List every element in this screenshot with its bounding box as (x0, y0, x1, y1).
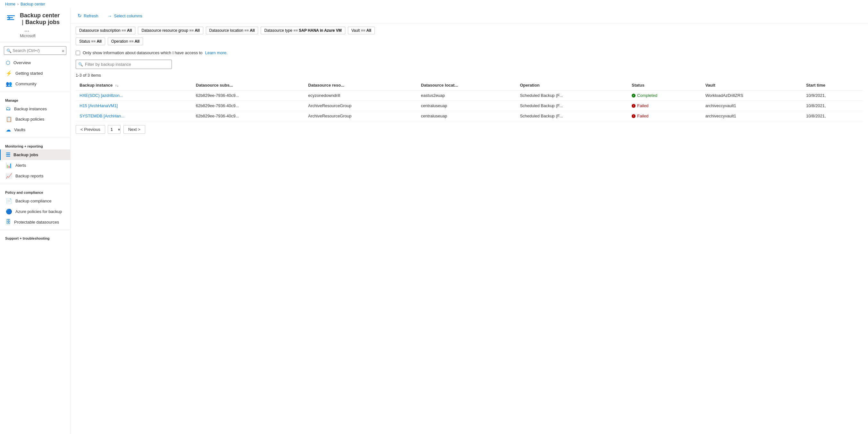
status-text: Completed (637, 93, 657, 98)
sidebar: Backup center | Backup jobs ... Microsof… (0, 8, 70, 434)
filters-row-2: Status == All Operation == All (70, 37, 868, 49)
refresh-button[interactable]: ↻ Refresh (76, 11, 100, 20)
backup-policies-icon: 📋 (6, 116, 12, 122)
getting-started-icon: ⚡ (6, 70, 12, 76)
learn-more-link[interactable]: Learn more. (205, 50, 228, 55)
cell-datasource-subs: 62b829ee-7936-40c9... (192, 111, 304, 121)
select-columns-icon: → (107, 13, 112, 19)
cell-vault: archiveccyvault1 (702, 101, 802, 111)
status-failed-icon: ! (632, 104, 636, 108)
filter-datasource-location[interactable]: Datasource location == All (206, 27, 258, 34)
alerts-icon: 📊 (6, 162, 12, 168)
filter-vault[interactable]: Vault == All (348, 27, 375, 34)
cell-vault: archiveccyvault1 (702, 111, 802, 121)
toolbar: ↻ Refresh → Select columns (70, 8, 868, 23)
col-start-time: Start time (802, 80, 863, 90)
page-subtitle: Microsoft (20, 34, 65, 38)
col-vault: Vault (702, 80, 802, 90)
cell-datasource-locat: centraluseuap (417, 111, 516, 121)
refresh-icon: ↻ (78, 13, 82, 19)
backup-center-icon (6, 13, 16, 23)
table-row[interactable]: SYSTEMDB [ArchHan... 62b829ee-7936-40c9.… (76, 111, 863, 121)
sidebar-header-icon (5, 12, 17, 24)
filters-row-1: Datasource subscription == All Datasourc… (70, 23, 868, 37)
table-row[interactable]: H15 [ArchHanaVM1] 62b829ee-7936-40c9... … (76, 101, 863, 111)
access-filter-label: Only show information about datasources … (83, 50, 203, 55)
filter-operation[interactable]: Operation == All (108, 37, 143, 45)
filter-by-backup-instance-input[interactable] (76, 60, 172, 69)
cell-datasource-subs: 62b829ee-7936-40c9... (192, 101, 304, 111)
sidebar-item-getting-started[interactable]: ⚡ Getting started (0, 68, 70, 79)
previous-button[interactable]: < Previous (76, 125, 105, 134)
filter-datasource-resource-group[interactable]: Datasource resource group == All (138, 27, 203, 34)
breadcrumb-current[interactable]: Backup center (21, 2, 45, 6)
col-datasource-subs: Datasource subs... (192, 80, 304, 90)
page-select[interactable]: 1 (108, 125, 121, 134)
status-text: Failed (637, 103, 648, 108)
breadcrumb-home[interactable]: Home (5, 2, 16, 6)
filter-status[interactable]: Status == All (76, 37, 105, 45)
filter-datasource-type[interactable]: Datasource type == SAP HANA in Azure VM (261, 27, 345, 34)
cell-datasource-locat: centraluseuap (417, 101, 516, 111)
cell-start-time: 10/8/2021, (802, 111, 863, 121)
cell-datasource-locat: eastus2euap (417, 90, 516, 101)
col-datasource-reso: Datasource reso... (304, 80, 417, 90)
sort-icon[interactable]: ↑↓ (115, 84, 119, 87)
backup-reports-icon: 📈 (6, 173, 12, 179)
cell-status: !Failed (628, 111, 702, 121)
collapse-sidebar-button[interactable]: « (62, 48, 64, 53)
status-failed-icon: ! (632, 114, 636, 118)
next-button[interactable]: Next > (123, 125, 145, 134)
support-section-label: Support + troubleshooting (0, 232, 70, 242)
sidebar-item-azure-policies[interactable]: 🔵 Azure policies for backup (0, 206, 70, 217)
sidebar-item-backup-jobs[interactable]: ☰ Backup jobs (0, 150, 70, 160)
sidebar-item-vaults[interactable]: ☁ Vaults (0, 124, 70, 135)
sidebar-item-overview[interactable]: ⬡ Overview (0, 57, 70, 68)
cell-datasource-subs: 62b829ee-7936-40c9... (192, 90, 304, 101)
col-datasource-locat: Datasource locat... (417, 80, 516, 90)
sidebar-item-alerts[interactable]: 📊 Alerts (0, 160, 70, 170)
cell-start-time: 10/8/2021, (802, 101, 863, 111)
cell-datasource-reso: ecyzonedowndrill (304, 90, 417, 101)
sidebar-item-backup-policies[interactable]: 📋 Backup policies (0, 114, 70, 124)
col-backup-instance: Backup instance ↑↓ (76, 80, 192, 90)
items-count: 1-3 of 3 items (70, 71, 868, 80)
sidebar-item-protectable-datasources[interactable]: 🗄 Protectable datasources (0, 217, 70, 227)
backup-compliance-icon: 📄 (6, 198, 12, 204)
cell-backup-instance: SYSTEMDB [ArchHan... (76, 111, 192, 121)
status-completed-icon: ✓ (632, 94, 636, 97)
cell-backup-instance: H15 [ArchHanaVM1] (76, 101, 192, 111)
breadcrumb: Home › Backup center (0, 0, 868, 8)
sidebar-item-backup-instances[interactable]: 🗂 Backup instances (0, 103, 70, 114)
cell-operation: Scheduled Backup (F... (516, 90, 628, 101)
status-text: Failed (637, 114, 648, 118)
table-row[interactable]: HXE(SDC) [azdrillzon... 62b829ee-7936-40… (76, 90, 863, 101)
cell-vault: WorkloadAzDrillZRS (702, 90, 802, 101)
backup-jobs-icon: ☰ (6, 152, 10, 158)
breadcrumb-separator: › (17, 2, 19, 6)
more-options-button[interactable]: ... (23, 26, 31, 34)
cell-backup-instance: HXE(SDC) [azdrillzon... (76, 90, 192, 101)
azure-policies-icon: 🔵 (6, 209, 12, 215)
cell-status: ✓Completed (628, 90, 702, 101)
backup-jobs-table: Backup instance ↑↓ Datasource subs... Da… (76, 80, 863, 121)
cell-start-time: 10/9/2021, (802, 90, 863, 101)
overview-icon: ⬡ (6, 60, 10, 66)
sidebar-item-community[interactable]: 👥 Community (0, 79, 70, 89)
cell-datasource-reso: ArchiveResourceGroup (304, 101, 417, 111)
access-filter-checkbox[interactable] (76, 51, 80, 55)
cell-operation: Scheduled Backup (F... (516, 101, 628, 111)
search-input[interactable] (4, 46, 66, 55)
sidebar-item-backup-reports[interactable]: 📈 Backup reports (0, 170, 70, 181)
col-status: Status (628, 80, 702, 90)
community-icon: 👥 (6, 81, 12, 87)
sidebar-item-backup-compliance[interactable]: 📄 Backup compliance (0, 196, 70, 206)
cell-datasource-reso: ArchiveResourceGroup (304, 111, 417, 121)
content-area: ↻ Refresh → Select columns Datasource su… (70, 8, 868, 434)
filter-datasource-subscription[interactable]: Datasource subscription == All (76, 27, 135, 34)
policy-section-label: Policy and compliance (0, 187, 70, 196)
vaults-icon: ☁ (6, 127, 11, 133)
manage-section-label: Manage (0, 95, 70, 103)
cell-status: !Failed (628, 101, 702, 111)
select-columns-button[interactable]: → Select columns (105, 12, 144, 20)
